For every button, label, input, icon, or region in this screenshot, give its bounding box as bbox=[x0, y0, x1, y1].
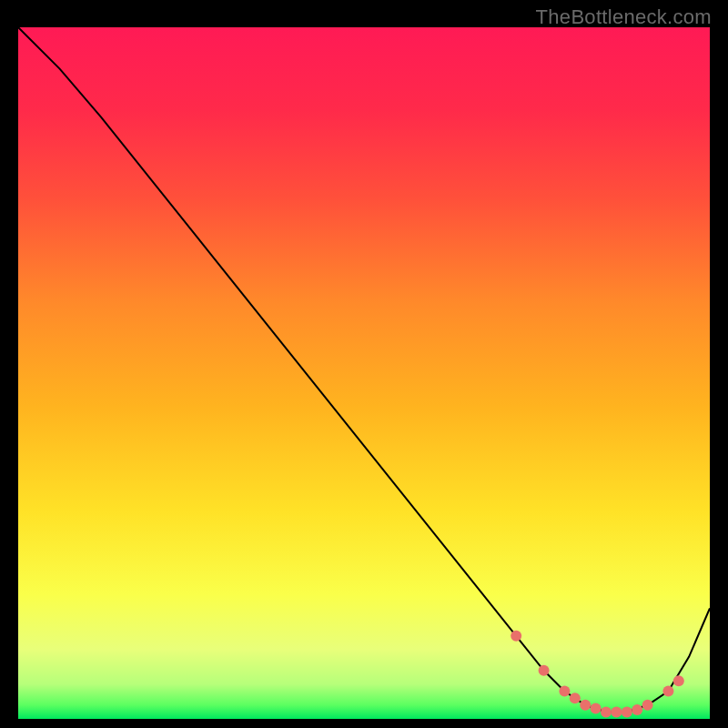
curve-marker bbox=[642, 700, 653, 711]
curve-marker bbox=[611, 706, 622, 717]
chart-plot-area bbox=[18, 27, 710, 719]
curve-marker bbox=[622, 706, 632, 717]
curve-markers bbox=[511, 631, 684, 718]
curve-marker bbox=[511, 631, 521, 642]
curve-marker bbox=[601, 706, 612, 717]
chart-frame: TheBottleneck.com bbox=[0, 0, 728, 728]
curve-marker bbox=[662, 686, 673, 697]
curve-marker bbox=[570, 693, 581, 703]
curve-marker bbox=[539, 665, 550, 676]
curve-marker bbox=[580, 700, 591, 711]
curve-marker bbox=[673, 675, 684, 686]
attribution-text: TheBottleneck.com bbox=[536, 5, 712, 29]
bottleneck-curve bbox=[18, 27, 710, 719]
curve-line bbox=[18, 27, 710, 712]
curve-marker bbox=[632, 704, 642, 715]
curve-marker bbox=[559, 686, 570, 697]
curve-marker bbox=[591, 703, 602, 714]
